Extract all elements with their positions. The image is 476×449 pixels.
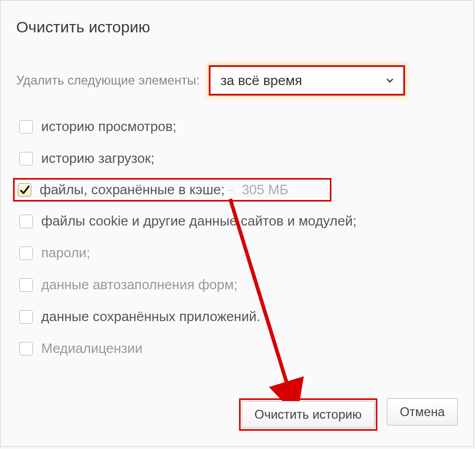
option-label: данные автозаполнения форм;	[41, 277, 237, 293]
checkbox[interactable]	[19, 310, 33, 324]
option-media-licenses[interactable]: Медиалицензии	[16, 339, 458, 358]
cancel-button-wrap: Отмена	[387, 398, 458, 431]
checkbox[interactable]	[19, 120, 33, 134]
cancel-button[interactable]: Отмена	[387, 398, 458, 426]
option-download-history[interactable]: историю загрузок;	[16, 149, 458, 168]
clear-button-highlight: Очистить историю	[239, 398, 377, 431]
chevron-down-icon	[386, 77, 394, 84]
option-passwords[interactable]: пароли;	[16, 244, 458, 262]
checkbox-checked[interactable]	[18, 183, 31, 197]
option-browsing-history[interactable]: историю просмотров;	[16, 117, 458, 136]
time-range-value: за всё время	[220, 73, 302, 89]
checkbox[interactable]	[19, 342, 33, 356]
clear-history-button[interactable]: Очистить историю	[242, 401, 375, 428]
option-label: файлы cookie и другие данные сайтов и мо…	[41, 213, 356, 229]
option-label: пароли;	[41, 245, 90, 261]
option-label: историю загрузок;	[41, 150, 154, 167]
option-label: Медиалицензии	[41, 340, 142, 357]
checkbox[interactable]	[19, 152, 33, 166]
checkbox[interactable]	[19, 278, 33, 292]
option-autofill[interactable]: данные автозаполнения форм;	[16, 276, 458, 294]
option-label: историю просмотров;	[41, 119, 176, 135]
dialog-footer: Очистить историю Отмена	[239, 398, 458, 431]
separator: --	[228, 185, 233, 195]
checkmark-icon	[19, 185, 30, 195]
dialog-title: Очистить историю	[16, 18, 458, 36]
option-saved-apps[interactable]: данные сохранённых приложений.	[16, 308, 458, 326]
options-list: историю просмотров; историю загрузок; фа…	[16, 117, 458, 358]
time-range-highlight: за всё время	[209, 65, 405, 96]
option-label: данные сохранённых приложений.	[41, 309, 260, 325]
option-cached-files[interactable]: файлы, сохранённые в кэше; -- 305 МБ	[13, 178, 331, 202]
checkbox[interactable]	[19, 246, 33, 260]
option-cookies[interactable]: файлы cookie и другие данные сайтов и мо…	[16, 212, 458, 230]
clear-history-dialog: Очистить историю Удалить следующие элеме…	[0, 0, 474, 447]
checkbox[interactable]	[19, 215, 33, 228]
time-range-select[interactable]: за всё время	[210, 67, 403, 94]
time-range-row: Удалить следующие элементы: за всё время	[16, 65, 458, 96]
option-label: файлы, сохранённые в кэше;	[40, 182, 224, 198]
option-size: 305 МБ	[242, 182, 288, 198]
delete-label: Удалить следующие элементы:	[16, 73, 199, 88]
